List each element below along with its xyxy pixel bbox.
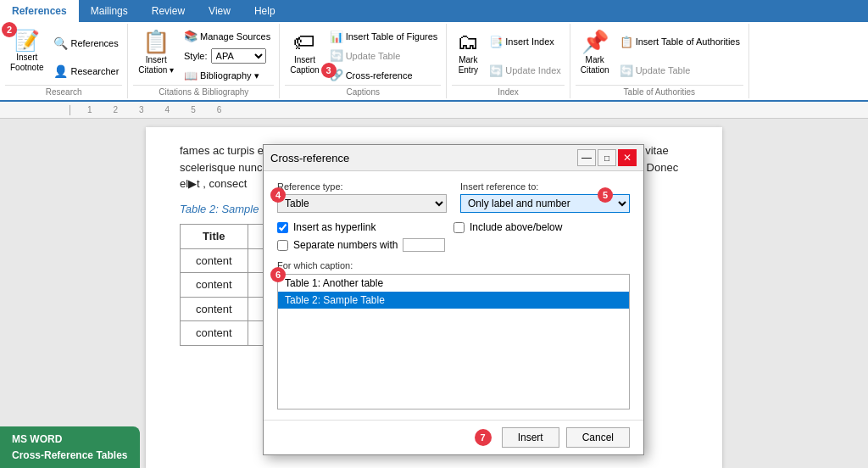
cross-reference-btn[interactable]: 🔗 Cross-reference [326,68,416,82]
badge-3: 3 [321,63,337,78]
separate-numbers-checkbox[interactable] [277,240,288,251]
reference-type-select[interactable]: Table Figure Equation Numbered item Head… [277,194,447,213]
bibliography-btn[interactable]: 📖 Bibliography ▾ [181,69,274,83]
reference-type-label: Reference type: [277,181,447,192]
insert-caption-icon: 🏷 [293,29,315,55]
mark-citation-btn[interactable]: 📌 MarkCitation [576,25,615,79]
insert-as-hyperlink-label: Insert as hyperlink [293,221,376,233]
dialog-maximize-btn[interactable]: □ [598,149,616,166]
style-select[interactable]: APA MLA Chicago [211,48,266,64]
document-area: 1 fames ac turpis egestas. Proin semper,… [0,119,868,468]
badge-2: 2 [2,22,17,37]
caption-item-1[interactable]: Table 1: Another table [278,275,629,292]
include-above-below-checkbox[interactable] [453,222,465,233]
dialog-close-btn[interactable]: ✕ [618,149,637,166]
update-table-icon: 🔄 [330,49,343,62]
badge-5: 5 [598,187,613,203]
mark-entry-icon: 🗂 [457,29,479,55]
authorities-group-label: Table of Authorities [576,85,743,98]
badge-4: 4 [270,187,286,203]
ribbon: References Mailings Review View Help 2 📝… [0,0,868,102]
footnote-icon: 📝 [14,29,40,53]
index-group-label: Index [452,85,564,98]
insert-citation-icon: 📋 [142,29,170,55]
tab-review[interactable]: Review [140,0,197,22]
update-table-auth-btn[interactable]: 🔄 Update Table [616,64,743,78]
insert-as-hyperlink-checkbox[interactable] [277,222,288,233]
badge-7: 7 [475,429,492,446]
cancel-btn[interactable]: Cancel [566,427,630,448]
tab-view[interactable]: View [197,0,242,22]
insert-table-authorities-btn[interactable]: 📋 Insert Table of Authorities [616,35,743,49]
dialog-overlay: Cross-reference — □ ✕ Reference type: 4 [0,119,868,468]
update-index-btn[interactable]: 🔄 Update Index [486,64,564,78]
ribbon-body: 2 📝 InsertFootnote 🔍 References 👤 Resear… [0,22,868,102]
update-table-btn[interactable]: 🔄 Update Table [326,48,442,63]
ribbon-group-footnotes: 2 📝 InsertFootnote 🔍 References 👤 Resear… [0,24,128,98]
caption-item-2[interactable]: Table 2: Sample Table [278,292,629,309]
search-btn[interactable]: 🔍 References [50,35,122,52]
ribbon-group-citations: 📋 InsertCitation ▾ 📚 Manage Sources Styl… [128,24,280,98]
dialog-footer: 7 Insert Cancel [264,420,643,454]
manage-sources-icon: 📚 [184,30,198,42]
researcher-btn[interactable]: 👤 Researcher [50,63,122,80]
insert-index-btn[interactable]: 📑 Insert Index [486,35,564,49]
insert-table-authorities-icon: 📋 [620,36,633,48]
dialog-minimize-btn[interactable]: — [577,149,596,166]
manage-sources-btn[interactable]: 📚 Manage Sources [181,29,274,43]
ruler: │ 1 2 3 4 5 6 [0,102,868,119]
tab-help[interactable]: Help [242,0,287,22]
mark-citation-icon: 📌 [581,29,609,55]
dialog-body: Reference type: 4 Table Figure Equation … [264,171,643,420]
ribbon-group-authorities: 📌 MarkCitation 📋 Insert Table of Authori… [570,24,749,98]
cross-reference-dialog: Cross-reference — □ ✕ Reference type: 4 [263,144,644,455]
footnotes-group-label: Research [5,85,122,98]
for-which-caption-label: For which caption: [277,260,630,270]
separate-numbers-input[interactable] [403,238,445,252]
separate-numbers-label: Separate numbers with [293,239,398,251]
bibliography-icon: 📖 [184,70,198,82]
researcher-icon: 👤 [53,64,68,78]
badge-6: 6 [270,267,286,282]
insert-table-of-figures-btn[interactable]: 📊 Insert Table of Figures [326,30,442,44]
mark-entry-btn[interactable]: 🗂 MarkEntry [452,25,484,79]
caption-list[interactable]: Table 1: Another table Table 2: Sample T… [277,274,630,410]
citations-group-label: Citations & Bibliography [133,85,274,98]
search-icon: 🔍 [53,36,68,50]
dialog-titlebar: Cross-reference — □ ✕ [264,145,643,171]
update-table-auth-icon: 🔄 [620,64,633,77]
include-above-below-label: Include above/below [470,221,562,233]
insert-btn[interactable]: Insert [502,427,559,448]
ribbon-group-captions: 🏷 InsertCaption 📊 Insert Table of Figure… [280,24,447,98]
tab-mailings[interactable]: Mailings [79,0,140,22]
dialog-title: Cross-reference [270,152,349,164]
captions-group-label: Captions [285,85,441,98]
ribbon-tabs: References Mailings Review View Help [0,0,868,22]
table-of-figures-icon: 📊 [330,31,343,43]
insert-citation-btn[interactable]: 📋 InsertCitation ▾ [133,25,179,79]
tab-references[interactable]: References [0,0,79,22]
update-index-icon: 🔄 [489,64,503,77]
insert-index-icon: 📑 [489,36,503,48]
ribbon-group-index: 🗂 MarkEntry 📑 Insert Index 🔄 Update Inde… [447,24,570,98]
insert-caption-btn[interactable]: 🏷 InsertCaption [285,25,324,79]
